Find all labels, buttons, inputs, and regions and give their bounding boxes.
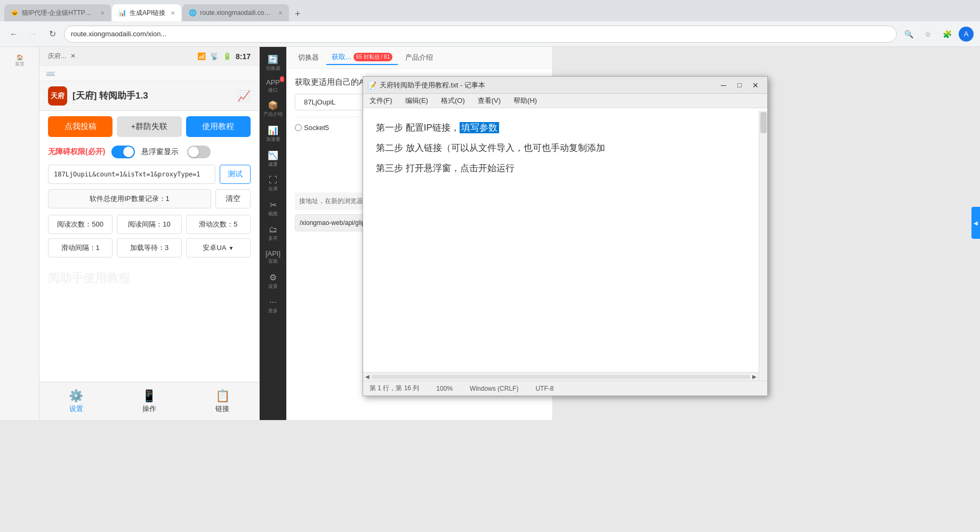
bookmark-button[interactable]: ☆: [920, 27, 935, 42]
params-row1: 阅读次数：500 阅读间隔：10 滑动次数：5: [39, 211, 259, 238]
notepad-line2: 第二步 放入链接（可以从文件导入，也可也手动复制添加: [376, 139, 754, 157]
count-row: 软件总使用IP数量记录：1 清空: [39, 187, 259, 211]
sidebar-install[interactable]: [API] 安装: [261, 246, 285, 268]
param-ua[interactable]: 安卓UA ▼: [186, 238, 251, 257]
watermark: 阅助手使用教程: [39, 262, 259, 295]
group-button[interactable]: +群防失联: [117, 116, 181, 137]
test-button[interactable]: 测试: [220, 165, 251, 184]
tab-3[interactable]: 🌐 route.xiongmaodaili.com/xion... ✕: [182, 4, 289, 21]
accelerate-icon: 📊: [268, 125, 278, 135]
tutorial-button[interactable]: 使用教程: [186, 116, 251, 137]
param-scroll-interval[interactable]: 滑动间隔：1: [48, 238, 113, 257]
nav-operation[interactable]: 📱 操作: [113, 382, 186, 420]
tab-close-3[interactable]: ✕: [278, 10, 283, 16]
notepad-hscrollbar[interactable]: ◀ ▶: [363, 372, 759, 381]
app-sidebar: 🔄 切换器 APP 接口 ! 📦 产品介绍 📊 加速量 📉 减量 ⛶ 全屏 ✂ …: [260, 47, 286, 420]
left-arrow[interactable]: ◀: [363, 374, 372, 380]
tab-1[interactable]: 🐱 猫IP代理-企业级HTTP服务提... ✕: [4, 4, 111, 21]
param-read-count[interactable]: 阅读次数：500: [48, 215, 113, 234]
api-icon: APP: [266, 78, 280, 86]
sidebar-fullscreen[interactable]: ⛶ 全屏: [261, 172, 285, 196]
fullscreen-icon: ⛶: [269, 175, 277, 185]
post-button[interactable]: 点我投稿: [48, 116, 113, 137]
fullscreen-label: 全屏: [268, 186, 278, 192]
radio-socket5[interactable]: Socket5: [295, 124, 329, 132]
menu-edit[interactable]: 编辑(E): [399, 94, 435, 108]
app-title: [天府] 转阅助手1.3: [73, 90, 232, 102]
tab-close-2[interactable]: ✕: [171, 10, 175, 16]
sidebar-more[interactable]: ··· 更多: [261, 294, 285, 318]
toggle-row: 无障碍权限(必开) 悬浮窗显示: [39, 142, 259, 162]
profile-button[interactable]: A: [959, 27, 974, 42]
notepad-window: 📝 天府转阅助手使用教程.txt - 记事本 ─ □ ✕ 文件(F) 编辑(E)…: [363, 76, 768, 396]
sidebar-home[interactable]: 🏠 首页: [8, 51, 31, 70]
right-arrow[interactable]: ▶: [750, 374, 759, 380]
sidebar-multiopen[interactable]: 🗂 多开: [261, 222, 285, 245]
menu-format[interactable]: 格式(O): [435, 94, 471, 108]
sidebar-reduce[interactable]: 📉 减量: [261, 147, 285, 171]
status-position: 第 1 行，第 16 列: [369, 384, 419, 393]
right-blue-button[interactable]: ◀: [971, 207, 980, 239]
close-small[interactable]: ✕: [70, 52, 76, 60]
param-scroll-count[interactable]: 滑动次数：5: [186, 215, 251, 234]
tab-favicon-2: 📊: [118, 9, 126, 17]
notepad-minimize-button[interactable]: ─: [716, 79, 731, 92]
sidebar-accelerate[interactable]: 📊 加速量: [261, 122, 285, 146]
toggle1-switch[interactable]: [111, 146, 135, 158]
tab-label-1: 猫IP代理-企业级HTTP服务提...: [22, 9, 95, 18]
tab-2[interactable]: 📊 生成API链接 ✕: [112, 4, 181, 21]
reload-button[interactable]: ↻: [45, 27, 60, 42]
battery-icon: 🔋: [223, 52, 231, 60]
clear-button[interactable]: 清空: [215, 189, 251, 208]
sidebar-screenshot[interactable]: ✂ 截图: [261, 197, 285, 221]
param-load-wait[interactable]: 加载等待：3: [117, 238, 181, 257]
notepad-title-text: 天府转阅助手使用教程.txt - 记事本: [380, 80, 716, 90]
notepad-close-button[interactable]: ✕: [748, 79, 763, 92]
browser-chrome: 🐱 猫IP代理-企业级HTTP服务提... ✕ 📊 生成API链接 ✕ 🌐 ro…: [0, 0, 980, 47]
sidebar-product[interactable]: 📦 产品介绍: [261, 97, 285, 121]
web-tab-api[interactable]: 获取... 65 封私信 / 81: [326, 50, 398, 65]
install-icon: [API]: [266, 249, 280, 257]
forward-button[interactable]: →: [26, 27, 41, 42]
sidebar-settings[interactable]: ⚙ 设置: [261, 269, 285, 293]
api-input-field[interactable]: [48, 165, 215, 184]
address-bar[interactable]: route.xiongmaodaili.com/xion...: [64, 26, 897, 43]
extensions-button[interactable]: 🧩: [939, 27, 954, 42]
menu-view[interactable]: 查看(V): [471, 94, 507, 108]
multiopen-label: 多开: [268, 235, 278, 242]
ua-chevron-icon: ▼: [228, 245, 234, 251]
scroll-thumb[interactable]: [760, 112, 767, 133]
params-row2: 滑动间隔：1 加载等待：3 安卓UA ▼: [39, 238, 259, 262]
zoom-button[interactable]: 🔍: [901, 27, 916, 42]
web-tab-switcher[interactable]: 切换器: [293, 51, 324, 65]
notepad-maximize-button[interactable]: □: [732, 79, 747, 92]
notepad-window-buttons: ─ □ ✕: [716, 79, 763, 92]
multiopen-icon: 🗂: [269, 225, 277, 235]
app-name-small: 庆府...: [48, 52, 66, 60]
new-tab-button[interactable]: +: [290, 6, 305, 21]
nav-links[interactable]: 📋 链接: [186, 382, 259, 420]
param-read-interval[interactable]: 阅读间隔：10: [117, 215, 181, 234]
notepad-content-area: 第一步 配置IP链接，填写参数 第二步 放入链接（可以从文件导入，也可也手动复制…: [363, 108, 767, 379]
sidebar-switcher[interactable]: 🔄 切换器: [261, 51, 285, 75]
api-input-row: 测试: [39, 162, 259, 187]
notepad-scrollbar[interactable]: [759, 111, 767, 381]
tab-close-1[interactable]: ✕: [100, 10, 105, 16]
sidebar-api[interactable]: APP 接口 !: [261, 76, 285, 96]
count-display: 软件总使用IP数量记录：1: [48, 189, 211, 208]
radio-socket5-input[interactable]: [295, 124, 302, 131]
status-line-ending: Windows (CRLF): [470, 385, 518, 392]
signal-icon: 📡: [210, 52, 219, 60]
web-tab-product[interactable]: 产品介绍: [400, 51, 438, 65]
menu-file[interactable]: 文件(F): [363, 94, 399, 108]
back-button[interactable]: ←: [6, 27, 21, 42]
sidebar-settings-icon: ⚙: [269, 272, 277, 283]
menu-help[interactable]: 帮助(H): [507, 94, 543, 108]
main-area: 🏠 首页 庆府... ✕ 📶 📡 🔋 8:17 ⌨️ 天府 [天府] 转阅助手: [0, 47, 980, 532]
status-left: 庆府... ✕: [48, 52, 76, 61]
phone-panel: 庆府... ✕ 📶 📡 🔋 8:17 ⌨️ 天府 [天府] 转阅助手1.3 📈 …: [39, 47, 260, 420]
nav-settings[interactable]: ⚙️ 设置: [39, 382, 113, 420]
reduce-icon: 📉: [268, 150, 278, 160]
tab-label-3: route.xiongmaodaili.com/xion...: [200, 9, 273, 17]
toggle2-switch[interactable]: [187, 146, 211, 158]
